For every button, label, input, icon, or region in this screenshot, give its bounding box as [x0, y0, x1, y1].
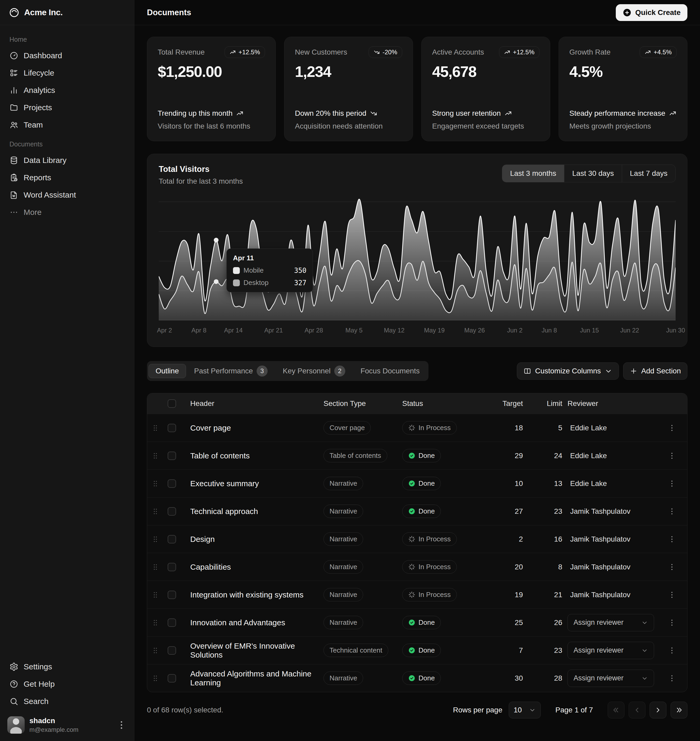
- drag-handle[interactable]: [151, 590, 160, 599]
- row-header[interactable]: Innovation and Advantages: [188, 618, 321, 627]
- target-value[interactable]: 2: [486, 535, 525, 543]
- quick-create-button[interactable]: Quick Create: [616, 4, 687, 21]
- row-checkbox[interactable]: [168, 619, 176, 627]
- sidebar-item-more[interactable]: More: [4, 204, 130, 221]
- sidebar-logo[interactable]: Acme Inc.: [0, 0, 134, 25]
- target-value[interactable]: 30: [486, 674, 525, 682]
- assign-reviewer-select[interactable]: Assign reviewer: [568, 670, 654, 687]
- row-actions-button[interactable]: [665, 560, 679, 574]
- row-header[interactable]: Technical approach: [188, 507, 321, 516]
- column-target[interactable]: Target: [486, 399, 525, 408]
- row-actions-button[interactable]: [665, 671, 679, 686]
- sidebar-item-get-help[interactable]: Get Help: [4, 675, 130, 693]
- row-checkbox[interactable]: [168, 563, 176, 571]
- sidebar-item-team[interactable]: Team: [4, 116, 130, 134]
- row-checkbox[interactable]: [168, 451, 176, 460]
- row-header[interactable]: Table of contents: [188, 451, 321, 460]
- sidebar-item-analytics[interactable]: Analytics: [4, 82, 130, 99]
- row-checkbox[interactable]: [168, 535, 176, 543]
- row-checkbox[interactable]: [168, 674, 176, 682]
- row-actions-button[interactable]: [665, 615, 679, 630]
- target-value[interactable]: 7: [486, 646, 525, 655]
- drag-handle[interactable]: [151, 563, 160, 572]
- tab-focus-documents[interactable]: Focus Documents: [353, 364, 427, 378]
- row-header[interactable]: Executive summary: [188, 479, 321, 488]
- target-value[interactable]: 27: [486, 507, 525, 516]
- limit-value[interactable]: 16: [525, 535, 565, 543]
- row-checkbox[interactable]: [168, 479, 176, 488]
- row-actions-button[interactable]: [665, 420, 679, 435]
- customize-columns-button[interactable]: Customize Columns: [517, 362, 619, 380]
- row-actions-button[interactable]: [665, 588, 679, 602]
- tab-key-personnel[interactable]: Key Personnel2: [276, 363, 352, 379]
- row-actions-button[interactable]: [665, 448, 679, 463]
- select-all-checkbox[interactable]: [168, 399, 176, 408]
- add-section-button[interactable]: Add Section: [623, 362, 687, 380]
- tab-outline[interactable]: Outline: [149, 364, 186, 378]
- target-value[interactable]: 18: [486, 424, 525, 432]
- drag-handle[interactable]: [151, 646, 160, 655]
- row-header[interactable]: Integration with existing systems: [188, 590, 321, 599]
- drag-handle[interactable]: [151, 535, 160, 544]
- pagination-prev-button[interactable]: [629, 702, 646, 719]
- assign-reviewer-select[interactable]: Assign reviewer: [568, 642, 654, 659]
- limit-value[interactable]: 26: [525, 619, 565, 627]
- row-actions-button[interactable]: [665, 532, 679, 547]
- drag-handle[interactable]: [151, 507, 160, 516]
- drag-handle[interactable]: [151, 479, 160, 488]
- pagination-last-button[interactable]: [671, 702, 687, 719]
- row-checkbox[interactable]: [168, 424, 176, 432]
- sidebar-item-reports[interactable]: Reports: [4, 169, 130, 186]
- pagination-next-button[interactable]: [650, 702, 666, 719]
- sidebar-item-data-library[interactable]: Data Library: [4, 151, 130, 169]
- rows-per-page-select[interactable]: 10: [509, 702, 541, 719]
- sidebar-item-projects[interactable]: Projects: [4, 99, 130, 116]
- tab-past-performance[interactable]: Past Performance3: [187, 363, 275, 379]
- user-menu[interactable]: shadcn m@example.com: [4, 714, 130, 736]
- row-header[interactable]: Cover page: [188, 423, 321, 432]
- drag-handle[interactable]: [151, 423, 160, 432]
- target-value[interactable]: 29: [486, 451, 525, 460]
- range-option-last-30-days[interactable]: Last 30 days: [564, 165, 622, 182]
- limit-value[interactable]: 21: [525, 591, 565, 599]
- limit-value[interactable]: 8: [525, 563, 565, 571]
- limit-value[interactable]: 5: [525, 424, 565, 432]
- row-header[interactable]: Overview of EMR's Innovative Solutions: [188, 641, 321, 659]
- sidebar-item-settings[interactable]: Settings: [4, 658, 130, 675]
- row-header[interactable]: Capabilities: [188, 563, 321, 572]
- row-actions-button[interactable]: [665, 643, 679, 658]
- drag-handle[interactable]: [151, 618, 160, 627]
- sidebar-item-lifecycle[interactable]: Lifecycle: [4, 64, 130, 82]
- target-value[interactable]: 25: [486, 619, 525, 627]
- row-header[interactable]: Design: [188, 535, 321, 544]
- user-kebab-icon[interactable]: [116, 720, 127, 730]
- limit-value[interactable]: 23: [525, 507, 565, 516]
- assign-reviewer-select[interactable]: Assign reviewer: [568, 614, 654, 631]
- drag-handle[interactable]: [151, 451, 160, 460]
- column-reviewer[interactable]: Reviewer: [565, 399, 665, 408]
- row-checkbox[interactable]: [168, 646, 176, 655]
- limit-value[interactable]: 24: [525, 451, 565, 460]
- target-value[interactable]: 20: [486, 563, 525, 571]
- pagination-first-button[interactable]: [607, 702, 624, 719]
- row-header[interactable]: Advanced Algorithms and Machine Learning: [188, 669, 321, 687]
- sidebar-item-dashboard[interactable]: Dashboard: [4, 47, 130, 64]
- row-actions-button[interactable]: [665, 476, 679, 491]
- column-header[interactable]: Header: [188, 399, 321, 408]
- column-limit[interactable]: Limit: [525, 399, 565, 408]
- row-actions-button[interactable]: [665, 504, 679, 519]
- sidebar-item-word-assistant[interactable]: Word Assistant: [4, 186, 130, 204]
- range-option-last-7-days[interactable]: Last 7 days: [622, 165, 675, 182]
- sidebar-item-search[interactable]: Search: [4, 693, 130, 710]
- column-status[interactable]: Status: [400, 399, 486, 408]
- column-section-type[interactable]: Section Type: [321, 399, 400, 408]
- target-value[interactable]: 19: [486, 591, 525, 599]
- limit-value[interactable]: 13: [525, 479, 565, 488]
- limit-value[interactable]: 28: [525, 674, 565, 682]
- limit-value[interactable]: 23: [525, 646, 565, 655]
- target-value[interactable]: 10: [486, 479, 525, 488]
- row-checkbox[interactable]: [168, 591, 176, 599]
- range-option-last-3-months[interactable]: Last 3 months: [502, 165, 564, 182]
- drag-handle[interactable]: [151, 674, 160, 683]
- row-checkbox[interactable]: [168, 507, 176, 516]
